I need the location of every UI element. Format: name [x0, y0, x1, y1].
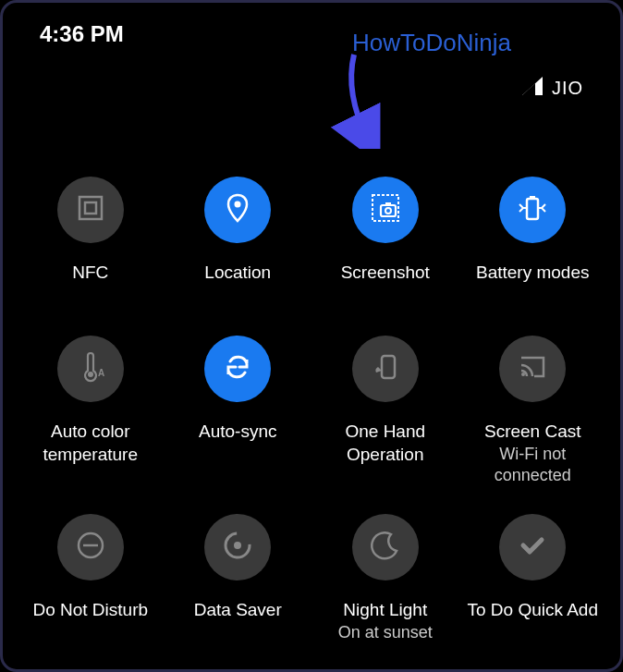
- svg-rect-3: [79, 197, 102, 219]
- tile-dnd-circle: [57, 514, 124, 580]
- location-icon: [221, 191, 254, 228]
- tile-nfc-circle: [57, 177, 124, 243]
- tile-todo-label: To Do Quick Add: [467, 599, 598, 645]
- one-hand-icon: [369, 350, 402, 387]
- tile-battery-circle: [499, 177, 566, 243]
- tile-onehand-label: One Hand Operation: [316, 421, 455, 467]
- tile-todo-circle: [499, 514, 566, 580]
- check-icon: [516, 529, 549, 566]
- tile-screenshot-label: Screenshot: [341, 262, 430, 308]
- tile-autocolor-label: Auto color temperature: [21, 421, 160, 467]
- watermark-text: HowToDoNinja: [352, 29, 511, 57]
- tile-night-light[interactable]: Night Light On at sunset: [316, 514, 455, 645]
- tile-nightlight-circle: [352, 514, 419, 580]
- svg-rect-4: [85, 202, 96, 214]
- moon-icon: [369, 529, 402, 566]
- svg-point-19: [234, 542, 241, 549]
- clock-time: 4:36 PM: [40, 21, 124, 47]
- tile-nightlight-sub-label: On at sunset: [338, 622, 433, 643]
- carrier-label: JIO: [552, 78, 583, 99]
- tile-screen-cast[interactable]: Screen Cast Wi-Fi not connected: [464, 336, 603, 486]
- tile-one-hand[interactable]: One Hand Operation: [316, 336, 455, 486]
- tile-dnd-label: Do Not Disturb: [32, 599, 148, 645]
- tile-location-label: Location: [204, 262, 271, 308]
- tile-location-circle: [204, 177, 271, 243]
- svg-point-12: [88, 372, 93, 377]
- tile-dnd[interactable]: Do Not Disturb: [21, 514, 160, 645]
- tile-autosync-label: Auto-sync: [199, 421, 276, 467]
- status-bar: 4:36 PM: [3, 3, 620, 56]
- thermometer-icon: A: [74, 350, 107, 387]
- nfc-icon: [74, 191, 107, 228]
- svg-marker-2: [522, 83, 535, 95]
- tile-datasaver-label: Data Saver: [194, 599, 282, 645]
- svg-text:A: A: [98, 368, 104, 378]
- data-saver-icon: [221, 529, 254, 566]
- svg-rect-10: [527, 199, 538, 219]
- cast-icon: [516, 350, 549, 387]
- tile-cast-main-label: Screen Cast: [464, 421, 603, 444]
- svg-point-8: [385, 208, 391, 214]
- tile-nfc-label: NFC: [72, 262, 108, 308]
- battery-icon: [516, 191, 549, 228]
- tile-todo-quick-add[interactable]: To Do Quick Add: [464, 514, 603, 645]
- tile-data-saver[interactable]: Data Saver: [169, 514, 308, 645]
- sync-icon: [221, 350, 254, 387]
- tile-screenshot-circle: [352, 177, 419, 243]
- svg-point-5: [235, 202, 241, 208]
- screenshot-icon: [369, 191, 402, 228]
- tile-datasaver-circle: [204, 514, 271, 580]
- tile-battery-modes[interactable]: Battery modes: [464, 177, 603, 308]
- tile-nightlight-main-label: Night Light: [338, 599, 433, 622]
- svg-rect-14: [382, 356, 395, 378]
- signal-icon: [522, 77, 543, 99]
- dnd-icon: [74, 529, 107, 566]
- tile-cast-sub-label: Wi-Fi not connected: [464, 444, 603, 487]
- tile-screenshot[interactable]: Screenshot: [316, 177, 455, 308]
- tile-cast-circle: [499, 336, 566, 402]
- svg-point-15: [521, 373, 525, 376]
- tile-auto-sync[interactable]: Auto-sync: [169, 336, 308, 486]
- tile-battery-label: Battery modes: [476, 262, 590, 308]
- tile-cast-label: Screen Cast Wi-Fi not connected: [464, 421, 603, 486]
- svg-rect-9: [385, 202, 391, 205]
- carrier-indicator: JIO: [522, 77, 583, 99]
- quick-settings-grid: NFC Location Screensho: [3, 56, 620, 645]
- tile-nightlight-label: Night Light On at sunset: [338, 599, 433, 645]
- tile-autocolor-circle: A: [57, 336, 124, 402]
- tile-location[interactable]: Location: [169, 177, 308, 308]
- tile-nfc[interactable]: NFC: [21, 177, 160, 308]
- svg-rect-7: [381, 205, 396, 216]
- tile-onehand-circle: [352, 336, 419, 402]
- tile-auto-color-temp[interactable]: A Auto color temperature: [21, 336, 160, 486]
- tile-autosync-circle: [204, 336, 271, 402]
- svg-rect-11: [530, 196, 535, 199]
